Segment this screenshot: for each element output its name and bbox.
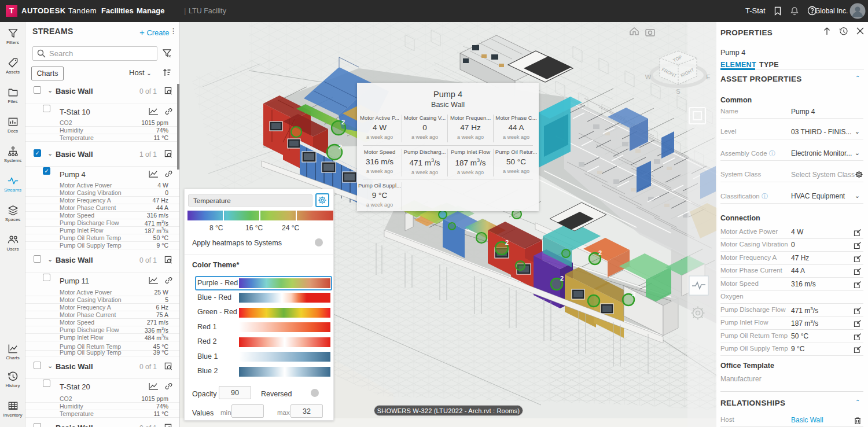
svg-text:2: 2	[339, 143, 342, 150]
svg-text:2: 2	[560, 275, 564, 282]
svg-text:2: 2	[341, 119, 345, 126]
svg-text:W: W	[645, 73, 652, 80]
svg-text:3: 3	[632, 290, 635, 297]
svg-text:E: E	[706, 73, 710, 80]
svg-text:2: 2	[505, 239, 509, 246]
svg-text:2: 2	[598, 249, 602, 256]
svg-text:S: S	[676, 88, 680, 95]
